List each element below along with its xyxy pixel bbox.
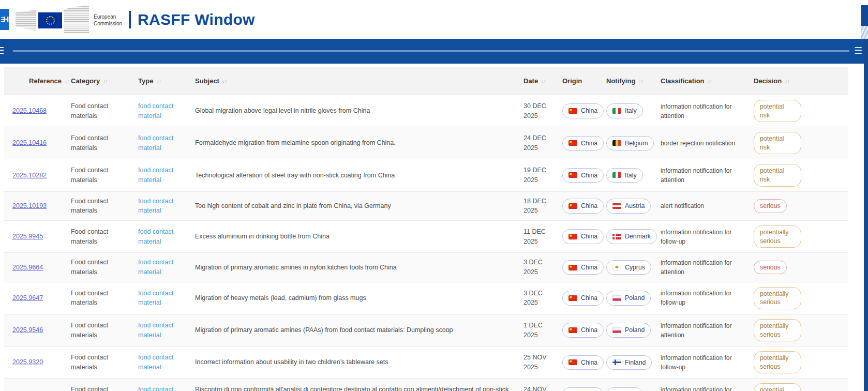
reference-link[interactable]: 2025.10468	[12, 107, 47, 114]
reference-cell: 2025.10468	[4, 95, 65, 127]
classification-cell: information notification for follow-up	[654, 221, 747, 253]
date-cell: 24 NOV 2025	[517, 379, 556, 391]
classification-cell: alert notification	[654, 191, 747, 221]
column-header-classification[interactable]: Classification↓↑	[654, 67, 747, 95]
origin-cell: China	[556, 95, 600, 127]
column-header-decision[interactable]: Decision↓↑	[747, 67, 848, 95]
sort-icon[interactable]: ↓↑	[541, 78, 546, 84]
sort-icon[interactable]: ↓↑	[156, 78, 161, 84]
decision-badge: serious	[754, 261, 787, 275]
table-row: 2025.9945Food contact materialsfood cont…	[4, 221, 848, 253]
decision-badge: potential risk	[754, 164, 801, 186]
sort-icon[interactable]: ↓↑	[103, 78, 108, 84]
type-link[interactable]: food contact material	[138, 290, 173, 307]
subject-cell: Incorrect information about usability in…	[189, 347, 517, 379]
sort-icon[interactable]: ↓↑	[222, 78, 227, 84]
column-header-origin[interactable]: Origin	[556, 67, 600, 95]
type-link[interactable]: food contact material	[138, 259, 173, 276]
date-cell: 3 DEC 2025	[517, 253, 556, 282]
notifying-pill: Finland	[606, 355, 652, 370]
table-row: 2025.9647Food contact materialsfood cont…	[4, 282, 848, 314]
china-flag-icon	[568, 265, 577, 270]
column-header-notifying[interactable]: Notifying↓↑	[600, 67, 654, 95]
notifying-cell: Italy	[600, 379, 654, 391]
menu-hamburger-icon[interactable]: ☰	[0, 45, 4, 56]
origin-cell: China	[556, 253, 600, 282]
china-flag-icon	[568, 203, 577, 209]
classification-cell: information notification for follow-up	[654, 347, 747, 379]
classification-cell: information notification for attention	[654, 253, 747, 282]
type-link[interactable]: food contact material	[138, 386, 173, 391]
european-commission-logo[interactable]: European Commission	[16, 6, 122, 33]
decision-cell: potential risk	[747, 379, 848, 391]
origin-pill: China	[562, 103, 604, 118]
decision-cell: serious	[747, 191, 848, 221]
sort-icon[interactable]: ↓↑	[785, 78, 789, 84]
column-header-category[interactable]: Category↓↑	[65, 67, 132, 95]
origin-pill: China	[562, 136, 604, 151]
decision-badge: potentially serious	[754, 287, 801, 309]
subject-cell: Too high content of cobalt and zinc in p…	[189, 191, 517, 221]
origin-country-label: China	[581, 139, 597, 148]
type-cell: food contact material	[132, 221, 189, 253]
origin-pill: China	[562, 260, 604, 275]
decision-cell: potentially serious	[747, 347, 848, 379]
column-header-date[interactable]: Date↓↑	[517, 67, 556, 95]
subject-cell: Riscontro di non conformità all'analisi …	[189, 379, 517, 391]
origin-cell: China	[556, 347, 600, 379]
notifying-pill: Cyprus	[606, 260, 651, 275]
table-row: 2025.9546Food contact materialsfood cont…	[4, 314, 848, 346]
notifying-cell: Denmark	[600, 221, 654, 253]
reference-link[interactable]: 2025.9664	[12, 264, 43, 271]
column-label-date: Date	[523, 77, 538, 85]
type-link[interactable]: food contact material	[138, 102, 173, 119]
type-cell: food contact material	[132, 191, 189, 221]
reference-link[interactable]: 2025.9546	[12, 326, 43, 334]
notifying-cell: Cyprus	[600, 253, 654, 282]
navbar-divider-line	[13, 50, 849, 52]
sort-icon[interactable]: ↓↑	[708, 78, 712, 84]
edge-accessibility-widget[interactable]: H	[0, 9, 9, 30]
type-cell: food contact material	[132, 282, 189, 314]
reference-link[interactable]: 2025.9647	[12, 294, 43, 302]
decision-cell: potential risk	[747, 127, 848, 159]
reference-link[interactable]: 2025.9320	[12, 358, 43, 366]
origin-cell: China	[556, 282, 600, 314]
date-cell: 3 DEC 2025	[517, 282, 556, 314]
reference-link[interactable]: 2025.10193	[12, 202, 47, 209]
page-title: RASFF Window	[138, 11, 255, 28]
decision-badge: potentially serious	[754, 225, 801, 248]
classification-cell: border rejection notification	[654, 127, 747, 159]
italy-flag-icon	[612, 108, 621, 114]
type-link[interactable]: food contact material	[138, 228, 173, 245]
notifying-cell: Poland	[600, 314, 654, 346]
reference-link[interactable]: 2025.9945	[12, 233, 43, 240]
origin-pill: China	[562, 168, 604, 183]
type-link[interactable]: food contact material	[138, 167, 173, 184]
italy-flag-icon	[612, 172, 621, 178]
column-label-type: Type	[138, 77, 153, 85]
column-header-type[interactable]: Type↓↑	[132, 67, 189, 95]
column-header-subject[interactable]: Subject↓↑	[189, 67, 517, 95]
decision-badge: potentially serious	[754, 351, 801, 373]
reference-link[interactable]: 2025.10282	[12, 172, 47, 179]
type-link[interactable]: food contact material	[138, 198, 173, 215]
origin-cell: China	[556, 314, 600, 346]
date-cell: 1 DEC 2025	[517, 314, 556, 346]
type-link[interactable]: food contact material	[138, 322, 173, 339]
column-header-reference[interactable]: Reference↓↑	[4, 67, 65, 95]
china-flag-icon	[568, 359, 577, 365]
ec-logo-label-line2: Commission	[94, 21, 122, 27]
sort-icon[interactable]: ↓↑	[65, 78, 69, 84]
sort-icon[interactable]: ↓↑	[638, 78, 643, 84]
type-link[interactable]: food contact material	[138, 134, 173, 152]
menu-hamburger-right-icon[interactable]: ☰	[854, 45, 862, 56]
type-link[interactable]: food contact material	[138, 354, 173, 371]
category-cell: Food contact materials	[65, 191, 132, 221]
reference-link[interactable]: 2025.10416	[12, 139, 47, 146]
table-header-row: Reference↓↑Category↓↑Type↓↑Subject↓↑Date…	[4, 67, 848, 95]
notifying-country-label: Austria	[625, 201, 645, 210]
denmark-flag-icon	[612, 234, 621, 239]
ec-logo-label: European Commission	[94, 12, 122, 27]
table-row: 2025.10416Food contact materialsfood con…	[4, 127, 848, 159]
